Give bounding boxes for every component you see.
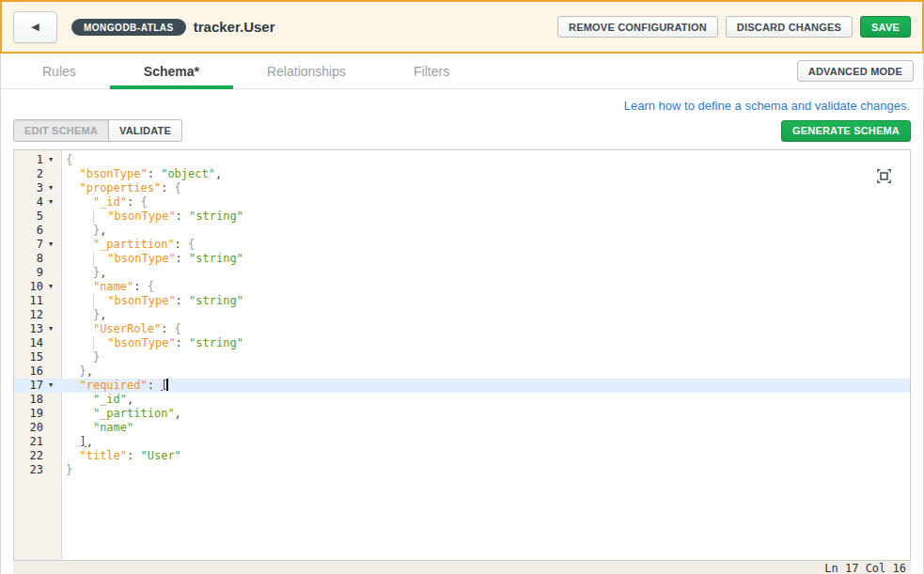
code-text[interactable]: } xyxy=(62,463,72,477)
gutter-cell[interactable]: 19 xyxy=(14,407,62,421)
code-text[interactable]: "name" xyxy=(62,421,133,435)
fold-arrow-icon[interactable]: ▼ xyxy=(43,322,58,336)
code-text[interactable]: }, xyxy=(62,266,106,280)
line-number[interactable]: 6 xyxy=(14,224,43,238)
line-number[interactable]: 23 xyxy=(14,463,43,477)
remove-configuration-button[interactable]: REMOVE CONFIGURATION xyxy=(557,16,718,38)
line-number[interactable]: 4 xyxy=(14,195,43,209)
code-line[interactable]: 12 }, xyxy=(14,308,910,322)
gutter-cell[interactable]: 10▼ xyxy=(14,280,62,294)
code-line[interactable]: 18 "_id", xyxy=(14,393,910,407)
code-text[interactable]: }, xyxy=(62,365,93,379)
line-number[interactable]: 14 xyxy=(14,336,43,350)
gutter-cell[interactable]: 9 xyxy=(14,266,62,280)
line-number[interactable]: 17 xyxy=(14,379,43,393)
code-line[interactable]: 15 } xyxy=(14,350,910,365)
gutter-cell[interactable]: 14 xyxy=(14,336,62,350)
validate-button[interactable]: VALIDATE xyxy=(108,119,182,142)
code-text[interactable]: "_partition": { xyxy=(62,238,195,252)
gutter-cell[interactable]: 2 xyxy=(14,167,62,181)
code-text[interactable]: "bsonType": "string" xyxy=(62,294,243,308)
code-text[interactable]: "bsonType": "string" xyxy=(62,209,243,224)
gutter-cell[interactable]: 23 xyxy=(14,463,62,477)
line-number[interactable]: 11 xyxy=(14,294,43,308)
fold-arrow-icon[interactable]: ▼ xyxy=(43,153,58,167)
back-button[interactable]: ◀ xyxy=(13,11,57,43)
gutter-cell[interactable]: 18 xyxy=(14,393,62,407)
tab-filters[interactable]: Filters xyxy=(380,54,483,88)
gutter-cell[interactable]: 7▼ xyxy=(14,238,62,252)
code-line[interactable]: 7▼ "_partition": { xyxy=(14,238,910,252)
line-number[interactable]: 15 xyxy=(14,350,43,365)
line-number[interactable]: 21 xyxy=(14,435,43,449)
line-number[interactable]: 12 xyxy=(14,308,43,322)
gutter-cell[interactable]: 20 xyxy=(14,421,62,435)
fold-arrow-icon[interactable]: ▼ xyxy=(43,238,58,252)
gutter-cell[interactable]: 11 xyxy=(14,294,62,308)
schema-help-link[interactable]: Learn how to define a schema and validat… xyxy=(624,99,910,113)
line-number[interactable]: 16 xyxy=(14,365,43,379)
code-text[interactable]: "_id": { xyxy=(62,195,148,209)
fullscreen-icon[interactable] xyxy=(876,169,891,184)
tab-relationships[interactable]: Relationships xyxy=(233,54,380,88)
code-text[interactable]: }, xyxy=(62,224,106,238)
save-button[interactable]: SAVE xyxy=(860,16,911,38)
code-text[interactable]: "bsonType": "string" xyxy=(62,336,243,350)
line-number[interactable]: 19 xyxy=(14,407,43,421)
code-text[interactable]: { xyxy=(62,153,72,167)
line-number[interactable]: 20 xyxy=(14,421,43,435)
code-text[interactable]: }, xyxy=(62,308,106,322)
fold-arrow-icon[interactable]: ▼ xyxy=(43,195,58,209)
code-line[interactable]: 2 "bsonType": "object", xyxy=(14,167,910,181)
fold-arrow-icon[interactable]: ▼ xyxy=(43,280,58,294)
gutter-cell[interactable]: 6 xyxy=(14,224,62,238)
code-line[interactable]: 13▼ "UserRole": { xyxy=(14,322,910,336)
code-line[interactable]: 17▼ "required": [ xyxy=(14,379,910,393)
gutter-cell[interactable]: 4▼ xyxy=(14,195,62,209)
line-number[interactable]: 1 xyxy=(14,153,43,167)
line-number[interactable]: 13 xyxy=(14,322,43,336)
line-number[interactable]: 9 xyxy=(14,266,43,280)
code-line[interactable]: 16 }, xyxy=(14,365,910,379)
gutter-cell[interactable]: 16 xyxy=(14,365,62,379)
gutter-cell[interactable]: 21 xyxy=(14,435,62,449)
line-number[interactable]: 22 xyxy=(14,449,43,463)
gutter-cell[interactable]: 1▼ xyxy=(14,153,62,167)
gutter-cell[interactable]: 22 xyxy=(14,449,62,463)
edit-schema-button[interactable]: EDIT SCHEMA xyxy=(13,119,109,142)
code-text[interactable]: "title": "User" xyxy=(62,449,181,463)
code-line[interactable]: 14 "bsonType": "string" xyxy=(14,336,910,350)
code-text[interactable]: ], xyxy=(62,435,93,449)
fold-arrow-icon[interactable]: ▼ xyxy=(43,181,58,195)
generate-schema-button[interactable]: GENERATE SCHEMA xyxy=(781,120,911,142)
code-text[interactable]: "properties": { xyxy=(62,181,181,195)
code-line[interactable]: 3▼ "properties": { xyxy=(14,181,910,195)
code-line[interactable]: 22 "title": "User" xyxy=(14,449,910,463)
code-line[interactable]: 10▼ "name": { xyxy=(14,280,910,294)
code-text[interactable]: "_partition", xyxy=(62,407,181,421)
code-text[interactable]: "bsonType": "object", xyxy=(62,167,222,181)
line-number[interactable]: 5 xyxy=(14,209,43,224)
gutter-cell[interactable]: 15 xyxy=(14,350,62,365)
line-number[interactable]: 3 xyxy=(14,181,43,195)
line-number[interactable]: 8 xyxy=(14,252,43,266)
line-number[interactable]: 18 xyxy=(14,393,43,407)
code-line[interactable]: 6 }, xyxy=(14,224,910,238)
gutter-cell[interactable]: 5 xyxy=(14,209,62,224)
line-number[interactable]: 2 xyxy=(14,167,43,181)
code-line[interactable]: 20 "name" xyxy=(14,421,910,435)
code-line[interactable]: 5 "bsonType": "string" xyxy=(14,209,910,224)
tab-schema[interactable]: Schema* xyxy=(110,54,233,88)
code-line[interactable]: 21 ], xyxy=(14,435,910,449)
code-line[interactable]: 4▼ "_id": { xyxy=(14,195,910,209)
code-editor-area[interactable]: 1▼{2 "bsonType": "object",3▼ "properties… xyxy=(13,149,911,561)
code-line[interactable]: 23} xyxy=(14,463,910,477)
gutter-cell[interactable]: 13▼ xyxy=(14,322,62,336)
code-text[interactable]: "UserRole": { xyxy=(62,322,181,336)
advanced-mode-button[interactable]: ADVANCED MODE xyxy=(797,60,914,82)
code-line[interactable]: 1▼{ xyxy=(14,153,910,167)
gutter-cell[interactable]: 12 xyxy=(14,308,62,322)
code-text[interactable]: "_id", xyxy=(62,393,133,407)
code-line[interactable]: 19 "_partition", xyxy=(14,407,910,421)
code-text[interactable]: } xyxy=(62,350,100,365)
